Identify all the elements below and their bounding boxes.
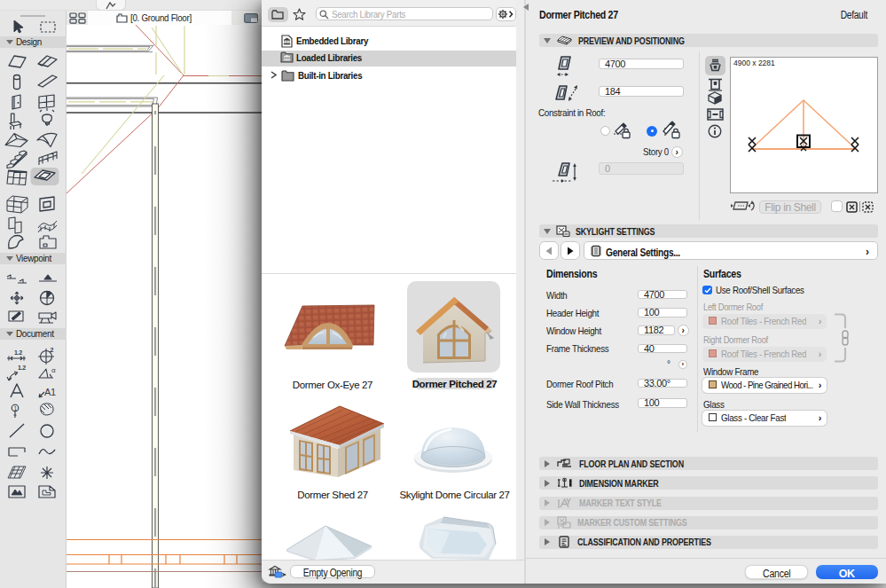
svg-text:α: α [51,366,56,374]
svg-text:1.2: 1.2 [18,365,26,371]
svg-text:1.2: 1.2 [14,349,22,356]
svg-text:A1: A1 [44,387,56,397]
svg-text:.2: .2 [49,347,54,353]
